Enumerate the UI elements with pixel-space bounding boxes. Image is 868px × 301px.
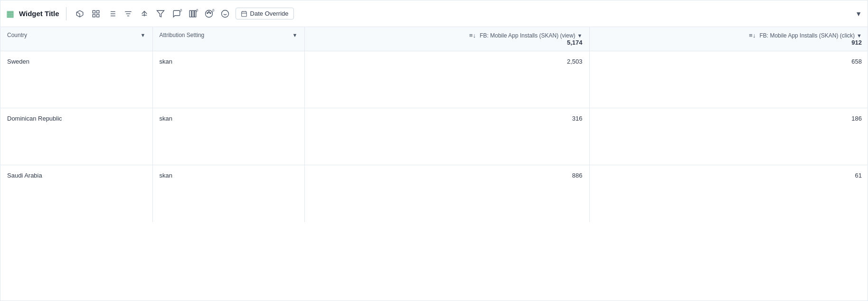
column-header-country[interactable]: Country ▼ [0, 27, 152, 51]
toolbar-divider [66, 7, 66, 20]
sort-icon-btn[interactable] [138, 7, 151, 20]
column-label-country: Country [7, 32, 27, 38]
svg-rect-28 [241, 11, 246, 16]
svg-rect-19 [192, 10, 194, 17]
toolbar-title-group: ▦ Widget Title [6, 9, 59, 19]
column-total-fb-view: 5,174 [567, 39, 583, 46]
svg-line-0 [76, 12, 80, 14]
column-total-fb-click: 912 [851, 39, 862, 46]
cell-fb-click-1: 186 [589, 108, 868, 165]
cell-fb-view-1: 316 [304, 108, 589, 165]
table-header-row: Country ▼ Attribution Setting ▼ [0, 27, 868, 51]
column-label-fb-click: FB: Mobile App Installs (SKAN) (click) [759, 32, 855, 39]
filter-icon-btn[interactable] [154, 7, 167, 20]
columns-icon-btn[interactable]: β [186, 7, 199, 20]
column-header-fb-click[interactable]: ≡↓ FB: Mobile App Installs (SKAN) (click… [589, 27, 868, 51]
cube-icon-btn[interactable] [73, 7, 86, 20]
date-override-label: Date Override [250, 10, 289, 17]
palette-icon-btn[interactable]: β [202, 7, 216, 20]
cell-fb-click-0: 658 [589, 51, 868, 108]
cell-country-2: Saudi Arabia [0, 165, 152, 222]
svg-point-24 [209, 12, 210, 13]
table-row: Sweden skan 2,503 658 [0, 51, 868, 108]
table-row: Saudi Arabia skan 886 61 [0, 165, 868, 222]
date-override-button[interactable]: Date Override [236, 8, 294, 19]
column-dropdown-fb-view[interactable]: ▼ [577, 33, 583, 38]
svg-point-25 [221, 10, 228, 17]
column-dropdown-fb-click[interactable]: ▼ [857, 33, 862, 38]
sort-icon-fb-click: ≡↓ [749, 32, 755, 39]
widget-container: ▦ Widget Title [0, 0, 868, 301]
table-row: Dominican Republic skan 316 186 [0, 108, 868, 165]
filter-list-icon-btn[interactable] [122, 7, 135, 20]
cell-fb-view-2: 886 [304, 165, 589, 222]
cell-fb-view-0: 2,503 [304, 51, 589, 108]
cell-fb-click-2: 61 [589, 165, 868, 222]
widget-title: Widget Title [19, 9, 59, 18]
grid-cross-icon-btn[interactable] [89, 7, 103, 20]
sort-icon-fb-view: ≡↓ [469, 32, 476, 39]
column-header-attribution[interactable]: Attribution Setting ▼ [152, 27, 304, 51]
table-wrapper: Country ▼ Attribution Setting ▼ [0, 27, 868, 301]
svg-rect-3 [96, 10, 99, 13]
column-label-attribution: Attribution Setting [160, 32, 205, 38]
cell-country-0: Sweden [0, 51, 152, 108]
toolbar-icons: β β β [73, 7, 232, 20]
comment-icon-btn[interactable]: β [170, 7, 183, 20]
column-header-fb-view[interactable]: ≡↓ FB: Mobile App Installs (SKAN) (view)… [304, 27, 589, 51]
svg-rect-18 [189, 10, 191, 17]
column-dropdown-attribution[interactable]: ▼ [292, 32, 298, 38]
cell-country-1: Dominican Republic [0, 108, 152, 165]
svg-rect-2 [93, 10, 95, 13]
svg-rect-4 [93, 14, 95, 17]
expand-chevron[interactable]: ▼ [855, 10, 862, 18]
data-table: Country ▼ Attribution Setting ▼ [0, 27, 868, 222]
cell-attribution-1: skan [152, 108, 304, 165]
svg-rect-20 [194, 10, 196, 17]
column-label-fb-view: FB: Mobile App Installs (SKAN) (view) [480, 32, 575, 39]
emoji-icon-btn[interactable] [218, 7, 232, 20]
list-icon-btn[interactable] [105, 7, 119, 20]
toolbar: ▦ Widget Title [0, 0, 868, 27]
grid-icon: ▦ [6, 9, 14, 19]
column-dropdown-country[interactable]: ▼ [141, 32, 146, 38]
svg-point-23 [208, 11, 209, 12]
cell-attribution-0: skan [152, 51, 304, 108]
svg-point-22 [207, 12, 208, 13]
svg-rect-5 [96, 14, 99, 17]
cell-attribution-2: skan [152, 165, 304, 222]
svg-marker-17 [157, 10, 164, 17]
